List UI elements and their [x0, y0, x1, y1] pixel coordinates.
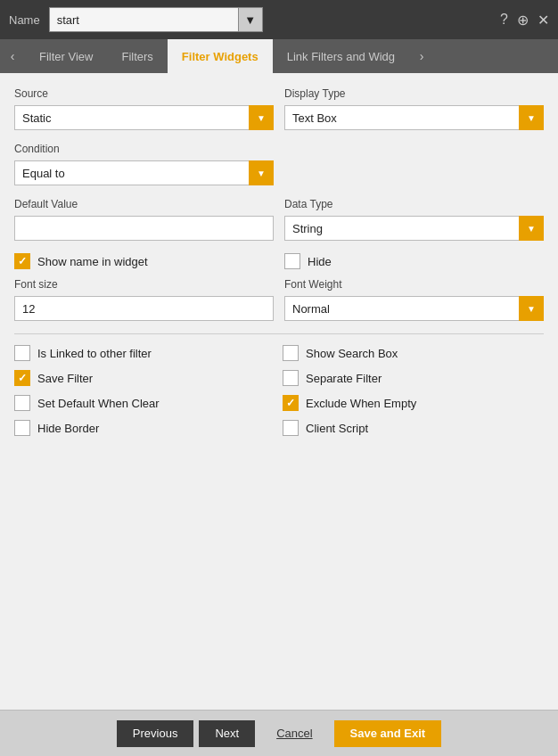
show-name-label: Show name in widget — [37, 255, 148, 268]
show-search-box-checkbox[interactable] — [283, 345, 299, 361]
data-type-select[interactable]: String — [284, 216, 544, 241]
name-input[interactable] — [49, 7, 263, 32]
checkbox-grid: Is Linked to other filter Show Search Bo… — [14, 345, 544, 436]
show-search-box-label: Show Search Box — [306, 347, 398, 360]
default-value-label: Default Value — [14, 198, 274, 210]
hide-border-checkbox[interactable] — [14, 420, 30, 436]
client-script-label: Client Script — [306, 422, 368, 435]
hide-checkbox-item[interactable]: Hide — [284, 253, 544, 269]
hide-label: Hide — [308, 255, 332, 268]
data-type-group: Data Type String ▼ — [284, 198, 544, 241]
display-type-select-wrapper: Text Box ▼ — [284, 105, 544, 130]
condition-row: Condition Equal to ▼ — [14, 143, 544, 185]
data-type-select-wrapper: String ▼ — [284, 216, 544, 241]
condition-select[interactable]: Equal to — [14, 160, 274, 185]
default-datatype-row: Default Value Data Type String ▼ — [14, 198, 544, 241]
chevron-left-icon: ‹ — [11, 49, 15, 63]
tab-next-btn[interactable]: › — [409, 39, 434, 73]
source-label: Source — [14, 87, 274, 100]
default-value-group: Default Value — [14, 198, 274, 241]
help-icon[interactable]: ? — [500, 12, 508, 28]
show-search-box-item[interactable]: Show Search Box — [283, 345, 544, 361]
exclude-when-empty-label: Exclude When Empty — [306, 397, 416, 410]
name-dropdown-arrow[interactable]: ▼ — [238, 7, 263, 32]
chevron-right-icon: › — [420, 49, 424, 63]
move-icon[interactable]: ⊕ — [517, 12, 529, 29]
condition-label: Condition — [14, 143, 274, 155]
font-size-input[interactable] — [14, 296, 274, 321]
set-default-item[interactable]: Set Default When Clear — [14, 395, 275, 411]
save-filter-item[interactable]: Save Filter — [14, 370, 275, 386]
default-value-input[interactable] — [14, 216, 274, 241]
title-icons: ? ⊕ ✕ — [500, 12, 549, 29]
name-label: Name — [9, 13, 40, 27]
cancel-button[interactable]: Cancel — [260, 720, 328, 747]
source-select[interactable]: Static — [14, 105, 274, 130]
set-default-checkbox[interactable] — [14, 395, 30, 411]
tab-filters[interactable]: Filters — [107, 39, 167, 73]
tab-link-filters[interactable]: Link Filters and Widg — [273, 39, 409, 73]
exclude-when-empty-item[interactable]: Exclude When Empty — [283, 395, 544, 411]
is-linked-label: Is Linked to other filter — [37, 347, 152, 360]
condition-spacer — [284, 143, 544, 185]
source-displaytype-row: Source Static ▼ Display Type Text Box — [14, 87, 544, 130]
tab-link-filters-label: Link Filters and Widg — [287, 50, 395, 63]
chevron-down-icon: ▼ — [244, 13, 256, 27]
tab-filter-view[interactable]: Filter View — [25, 39, 107, 73]
save-filter-label: Save Filter — [37, 372, 93, 385]
showname-hide-row: Show name in widget Hide — [14, 253, 544, 269]
data-type-label: Data Type — [284, 198, 544, 210]
exclude-when-empty-checkbox[interactable] — [283, 395, 299, 411]
is-linked-checkbox[interactable] — [14, 345, 30, 361]
divider — [14, 333, 544, 334]
font-weight-group: Font Weight Normal ▼ — [284, 278, 544, 321]
show-name-checkbox-item[interactable]: Show name in widget — [14, 253, 274, 269]
save-filter-checkbox[interactable] — [14, 370, 30, 386]
font-size-group: Font size — [14, 278, 274, 321]
display-type-group: Display Type Text Box ▼ — [284, 87, 544, 130]
title-bar: Name ▼ ? ⊕ ✕ — [0, 0, 558, 39]
separate-filter-item[interactable]: Separate Filter — [283, 370, 544, 386]
hide-checkbox[interactable] — [284, 253, 300, 269]
font-weight-label: Font Weight — [284, 278, 544, 291]
separate-filter-label: Separate Filter — [306, 372, 382, 385]
display-type-label: Display Type — [284, 87, 544, 100]
separate-filter-checkbox[interactable] — [283, 370, 299, 386]
client-script-checkbox[interactable] — [283, 420, 299, 436]
font-weight-select[interactable]: Normal — [284, 296, 544, 321]
is-linked-item[interactable]: Is Linked to other filter — [14, 345, 275, 361]
close-icon[interactable]: ✕ — [537, 12, 549, 29]
tab-prev-btn[interactable]: ‹ — [0, 39, 25, 73]
name-input-wrapper: ▼ — [49, 7, 263, 32]
footer: Previous Next Cancel Save and Exit — [0, 710, 558, 756]
next-button[interactable]: Next — [199, 720, 255, 747]
show-name-group: Show name in widget — [14, 253, 274, 269]
hide-border-label: Hide Border — [37, 422, 99, 435]
save-exit-button[interactable]: Save and Exit — [334, 720, 442, 747]
hide-group: Hide — [284, 253, 544, 269]
main-window: Name ▼ ? ⊕ ✕ ‹ Filter View Filters Filte… — [0, 0, 558, 756]
content-area: Source Static ▼ Display Type Text Box — [0, 73, 558, 710]
condition-select-wrapper: Equal to ▼ — [14, 160, 274, 185]
font-row: Font size Font Weight Normal ▼ — [14, 278, 544, 321]
tab-filter-widgets-label: Filter Widgets — [182, 50, 258, 63]
show-name-checkbox[interactable] — [14, 253, 30, 269]
condition-group: Condition Equal to ▼ — [14, 143, 274, 185]
source-group: Source Static ▼ — [14, 87, 274, 130]
tab-filter-widgets[interactable]: Filter Widgets — [168, 39, 273, 73]
source-select-wrapper: Static ▼ — [14, 105, 274, 130]
font-weight-select-wrapper: Normal ▼ — [284, 296, 544, 321]
tab-filters-label: Filters — [121, 50, 152, 63]
display-type-select[interactable]: Text Box — [284, 105, 544, 130]
previous-button[interactable]: Previous — [117, 720, 194, 747]
font-size-label: Font size — [14, 278, 274, 291]
tab-filter-view-label: Filter View — [39, 50, 93, 63]
tab-bar: ‹ Filter View Filters Filter Widgets Lin… — [0, 39, 558, 73]
client-script-item[interactable]: Client Script — [283, 420, 544, 436]
set-default-label: Set Default When Clear — [37, 397, 160, 410]
hide-border-item[interactable]: Hide Border — [14, 420, 275, 436]
